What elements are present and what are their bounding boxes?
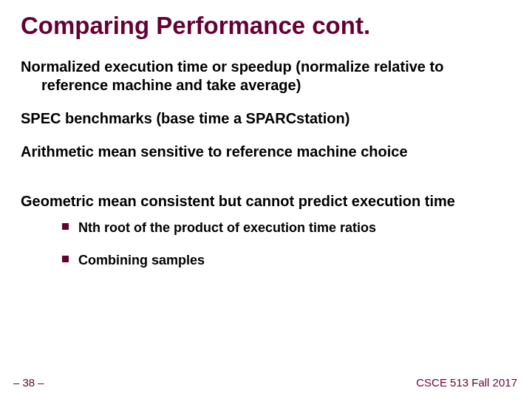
body-point: Geometric mean consistent but cannot pre… <box>21 192 511 211</box>
sub-bullet-list: Nth root of the product of execution tim… <box>21 219 511 269</box>
course-footer: CSCE 513 Fall 2017 <box>416 376 517 389</box>
spacer <box>21 176 511 192</box>
body-point: Arithmetic mean sensitive to reference m… <box>21 143 511 161</box>
page-number: – 38 – <box>13 376 44 389</box>
sub-bullet-item: Nth root of the product of execution tim… <box>78 219 511 236</box>
sub-bullet-item: Combining samples <box>78 252 511 269</box>
body-point: SPEC benchmarks (base time a SPARCstatio… <box>21 109 511 128</box>
slide-title: Comparing Performance cont. <box>21 12 511 40</box>
body-point: Normalized execution time or speedup (no… <box>21 58 511 95</box>
slide: Comparing Performance cont. Normalized e… <box>0 0 532 399</box>
